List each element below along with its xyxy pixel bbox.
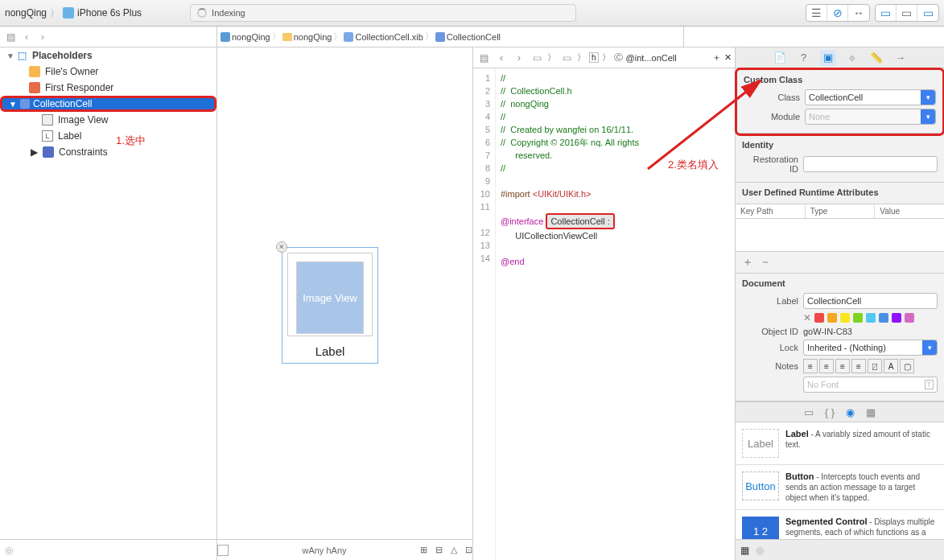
close-assistant-button[interactable]: ✕	[724, 52, 732, 63]
dropdown-icon[interactable]: ▾	[921, 90, 935, 105]
color-button[interactable]: A	[884, 359, 898, 373]
resize-button[interactable]: ⊡	[465, 545, 472, 555]
back-button[interactable]: ‹	[19, 30, 34, 44]
align-justify-button[interactable]: ≡	[851, 359, 866, 373]
add-button[interactable]: ＋	[742, 255, 753, 270]
close-icon[interactable]: ✕	[276, 241, 287, 253]
document-section: Document Label CollectionCell ✕	[736, 274, 944, 401]
first-responder-icon	[29, 82, 40, 93]
chevron-right-icon: 〉	[50, 6, 60, 20]
color-swatch[interactable]	[827, 313, 837, 323]
object-library-list[interactable]: Label Label - A variably sized amount of…	[736, 422, 944, 539]
align-left-button[interactable]: ≡	[803, 359, 818, 373]
dropdown-icon[interactable]: ▾	[922, 340, 937, 355]
forward-button[interactable]: ›	[35, 30, 50, 44]
related-items-icon[interactable]: ▤	[3, 30, 18, 44]
placeholders-header[interactable]: ▼ ⬚ Placeholders	[0, 47, 216, 64]
related-items-icon[interactable]: ▤	[476, 51, 491, 65]
dropdown-icon[interactable]: ▾	[921, 109, 935, 124]
back-button[interactable]: ‹	[494, 51, 509, 65]
activity-status: Indexing	[190, 4, 576, 22]
disclosure-icon: ▼	[9, 100, 17, 109]
assistant-jump-bar[interactable]: ▤ ‹ › ▭ 〉 ▭ 〉 h 〉 Ⓒ @int...onCell ＋ ✕	[473, 47, 735, 68]
assistant-editor-button[interactable]: ⊘	[827, 5, 848, 21]
outline-toggle-button[interactable]	[217, 545, 229, 556]
align-center-button[interactable]: ≡	[819, 359, 834, 373]
class-input[interactable]: CollectionCell ⊕ ▾	[805, 89, 936, 105]
crumb-object[interactable]: CollectionCell	[435, 32, 501, 42]
toggle-inspector-button[interactable]: ▭	[917, 5, 938, 21]
library-item-label[interactable]: Label Label - A variably sized amount of…	[736, 422, 944, 465]
library-item-button[interactable]: Button Button - Intercepts touch events …	[736, 465, 944, 510]
label-view[interactable]: Label	[282, 341, 377, 363]
grid-icon[interactable]: ▦	[740, 545, 749, 556]
label-lib-icon: Label	[742, 429, 779, 458]
annotation-step2: 2.类名填入	[668, 158, 719, 172]
counterparts-icon[interactable]: ▭	[559, 51, 574, 65]
align-right-button[interactable]: ≡	[835, 359, 850, 373]
file-inspector-tab[interactable]: 📄	[772, 50, 788, 66]
image-view-placeholder[interactable]: Image View	[296, 261, 364, 334]
col-keypath[interactable]: Key Path	[736, 204, 806, 218]
toggle-navigator-button[interactable]: ▭	[876, 5, 897, 21]
identity-inspector-tab[interactable]: ▣	[820, 50, 836, 66]
code-content[interactable]: // // CollectionCell.h // nongQing // //…	[496, 68, 639, 560]
font-picker-icon[interactable]: T	[925, 380, 934, 389]
files-owner-item[interactable]: File's Owner	[0, 64, 216, 80]
color-swatch[interactable]	[840, 313, 850, 323]
scheme-selector[interactable]: nongQing 〉 iPhone 6s Plus	[5, 6, 142, 20]
remove-button[interactable]: －	[760, 255, 771, 270]
toggle-debug-button[interactable]: ▭	[897, 5, 917, 21]
ib-canvas[interactable]: ✕ Image View Label wAny hAny ⊞ ⊟ △ ⊡	[217, 47, 473, 560]
c-icon: Ⓒ	[614, 51, 623, 64]
col-type[interactable]: Type	[806, 204, 876, 218]
color-swatch[interactable]	[905, 313, 914, 323]
attributes-inspector-tab[interactable]: ⟐	[844, 50, 860, 66]
collection-cell-item[interactable]: ▼ CollectionCell	[0, 96, 216, 112]
library-item-segmented[interactable]: 1 2 Segmented Control - Displays multipl…	[736, 510, 944, 539]
media-library-tab[interactable]: ▦	[866, 406, 876, 418]
label-item[interactable]: L Label	[0, 128, 216, 144]
assistant-file-crumb[interactable]: @int...onCell	[626, 53, 677, 63]
clear-color-icon[interactable]: ✕	[803, 312, 811, 323]
size-inspector-tab[interactable]: 📏	[868, 50, 884, 66]
counterparts-icon[interactable]: ▭	[530, 51, 544, 65]
pin-button[interactable]: ⊟	[435, 545, 443, 555]
collection-cell-view[interactable]: ✕ Image View Label	[282, 247, 378, 364]
help-inspector-tab[interactable]: ?	[796, 50, 812, 66]
color-swatch[interactable]	[892, 313, 901, 323]
outline-filter-bar[interactable]: ◎	[0, 539, 216, 560]
image-view-item[interactable]: Image View	[0, 112, 216, 128]
resolve-button[interactable]: △	[451, 545, 457, 555]
link-button[interactable]: ⍁	[868, 359, 882, 373]
color-swatch[interactable]	[814, 313, 824, 323]
library-tabs: ▭ { } ◉ ▦	[736, 401, 944, 422]
col-value[interactable]: Value	[875, 204, 944, 218]
restoration-input[interactable]	[803, 156, 938, 172]
font-input[interactable]: No FontT	[803, 377, 938, 393]
color-swatch[interactable]	[853, 313, 863, 323]
align-button[interactable]: ⊞	[420, 545, 427, 555]
first-responder-item[interactable]: First Responder	[0, 80, 216, 96]
standard-editor-button[interactable]: ☰	[806, 5, 827, 21]
doc-label-input[interactable]: CollectionCell	[803, 293, 938, 309]
xib-icon	[344, 32, 353, 42]
connections-inspector-tab[interactable]: →	[892, 50, 909, 66]
canvas-toolbar: wAny hAny ⊞ ⊟ △ ⊡	[217, 539, 472, 560]
image-button[interactable]: ▢	[900, 359, 914, 373]
module-input[interactable]: None ▾	[805, 109, 936, 125]
library-filter-bar[interactable]: ▦ ◎	[736, 539, 944, 560]
forward-button[interactable]: ›	[512, 51, 526, 65]
lock-select[interactable]: Inherited - (Nothing)▾	[803, 340, 938, 356]
code-snippets-tab[interactable]: { }	[825, 406, 835, 418]
crumb-folder[interactable]: nongQing〉	[282, 31, 343, 43]
object-library-tab[interactable]: ◉	[846, 406, 855, 418]
constraints-item[interactable]: ▶ Constraints	[0, 144, 216, 160]
color-swatch[interactable]	[866, 313, 876, 323]
color-swatch[interactable]	[879, 313, 888, 323]
version-editor-button[interactable]: ↔	[848, 5, 869, 21]
add-assistant-button[interactable]: ＋	[712, 51, 721, 64]
crumb-file[interactable]: CollectionCell.xib〉	[344, 31, 433, 43]
crumb-project[interactable]: nongQing〉	[221, 31, 281, 43]
file-templates-tab[interactable]: ▭	[804, 406, 814, 418]
